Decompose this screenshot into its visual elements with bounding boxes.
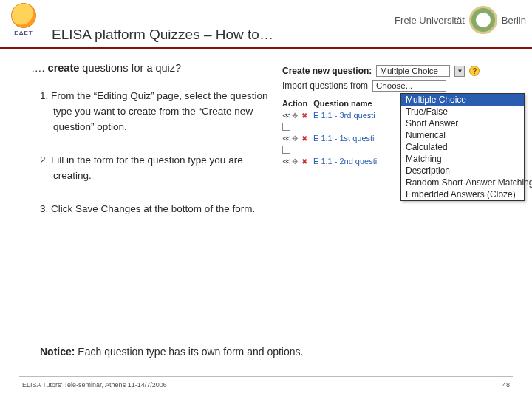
dropdown-option[interactable]: Multiple Choice xyxy=(401,94,524,106)
col-action: Action xyxy=(282,99,307,108)
edit-icon[interactable] xyxy=(292,157,301,166)
create-question-row: Create new question: Multiple Choice ▼ ? xyxy=(282,65,510,77)
move-icon[interactable] xyxy=(282,157,291,166)
move-icon[interactable] xyxy=(282,111,291,120)
grnet-logo: ΕΔΕΤ xyxy=(4,3,43,41)
slide-header: ΕΔΕΤ ELISA platform Quizzes – How to… Fr… xyxy=(0,0,532,49)
grnet-logo-text: ΕΔΕΤ xyxy=(14,30,33,36)
page-title: ELISA platform Quizzes – How to… xyxy=(52,27,273,43)
step-1: 1. From the “Editing Quiz” page, select … xyxy=(40,89,275,135)
notice-text: Each question type has its own form and … xyxy=(75,346,303,358)
col-question-name: Question name xyxy=(313,99,372,108)
dropdown-option[interactable]: True/False xyxy=(401,106,524,117)
dropdown-option[interactable]: Numerical xyxy=(401,129,524,141)
dropdown-option[interactable]: Embedded Answers (Cloze) xyxy=(401,188,524,200)
step-3: 3. Click Save Changes at the bottom of t… xyxy=(40,202,275,217)
move-icon[interactable] xyxy=(282,134,291,143)
fu-seal-icon xyxy=(469,6,497,34)
checkbox[interactable] xyxy=(282,123,290,131)
dropdown-option[interactable]: Random Short-Answer Matching xyxy=(401,177,524,188)
steps-list: 1. From the “Editing Quiz” page, select … xyxy=(31,89,275,217)
question-name[interactable]: E 1.1 - 3rd questi xyxy=(313,111,375,120)
embedded-screenshot: Create new question: Multiple Choice ▼ ?… xyxy=(282,65,510,235)
subtitle-bold: create xyxy=(48,62,80,74)
dropdown-arrow-icon[interactable]: ▼ xyxy=(454,66,465,77)
import-row: Import questions from Choose... xyxy=(282,80,510,92)
grnet-logo-icon xyxy=(11,3,36,28)
row-action-icons[interactable] xyxy=(282,134,310,143)
question-type-dropdown[interactable]: Multiple Choice True/False Short Answer … xyxy=(400,93,525,201)
create-question-label: Create new question: xyxy=(282,66,372,76)
dropdown-option[interactable]: Matching xyxy=(401,153,524,165)
subtitle: …. create questions for a quiz? xyxy=(31,62,275,74)
import-select[interactable]: Choose... xyxy=(372,80,446,92)
dropdown-option[interactable]: Short Answer xyxy=(401,117,524,129)
row-action-icons[interactable] xyxy=(282,157,310,166)
step-2: 2. Fill in the form for the question typ… xyxy=(40,153,275,184)
row-action-icons[interactable] xyxy=(282,111,310,120)
instructions-column: …. create questions for a quiz? 1. From … xyxy=(31,62,275,235)
edit-icon[interactable] xyxy=(292,111,301,120)
footer-divider xyxy=(19,376,513,377)
notice-label: Notice: xyxy=(40,346,75,358)
subtitle-rest: questions for a quiz? xyxy=(79,62,181,74)
dropdown-option[interactable]: Description xyxy=(401,165,524,177)
subtitle-prefix: …. xyxy=(31,62,48,74)
delete-icon[interactable] xyxy=(301,157,310,166)
footer-left: ELISA Tutors' Tele-seminar, Athens 11-14… xyxy=(22,381,167,389)
fu-text-b: Berlin xyxy=(502,15,526,26)
help-icon[interactable]: ? xyxy=(469,66,480,76)
fu-text-a: Freie Universität xyxy=(395,15,465,26)
question-name[interactable]: E 1.1 - 2nd questi xyxy=(313,157,377,166)
import-label: Import questions from xyxy=(282,81,368,91)
edit-icon[interactable] xyxy=(292,134,301,143)
content-area: …. create questions for a quiz? 1. From … xyxy=(0,49,532,235)
page-number: 48 xyxy=(502,381,510,389)
create-question-select[interactable]: Multiple Choice xyxy=(376,65,450,77)
fu-berlin-logo: Freie Universität Berlin xyxy=(395,6,526,34)
delete-icon[interactable] xyxy=(301,111,310,120)
dropdown-option[interactable]: Calculated xyxy=(401,141,524,153)
delete-icon[interactable] xyxy=(301,134,310,143)
checkbox[interactable] xyxy=(282,146,290,154)
question-name[interactable]: E 1.1 - 1st questi xyxy=(313,134,375,143)
notice: Notice: Each question type has its own f… xyxy=(40,346,303,358)
